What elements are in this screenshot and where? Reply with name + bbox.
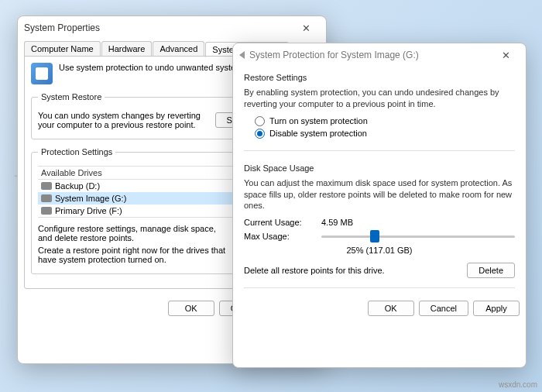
disk-space-section: Disk Space Usage You can adjust the maxi… [233, 157, 526, 282]
cancel-button[interactable]: Cancel [419, 301, 468, 316]
create-text: Create a restore point right now for the… [38, 246, 244, 264]
restore-help: By enabling system protection, you can u… [244, 87, 515, 110]
drive-icon [41, 207, 52, 215]
back-icon [239, 51, 245, 59]
titlebar: System Properties ✕ [18, 16, 326, 40]
separator [244, 287, 515, 288]
tab-hardware[interactable]: Hardware [101, 41, 153, 57]
restore-text: You can undo system changes by reverting… [38, 111, 209, 129]
apply-button[interactable]: Apply [473, 301, 520, 316]
restore-settings-title: Restore Settings [244, 73, 515, 82]
ok-button[interactable]: OK [368, 301, 414, 316]
tab-advanced[interactable]: Advanced [153, 41, 204, 57]
tab-computer-name[interactable]: Computer Name [24, 41, 101, 57]
max-usage-slider[interactable] [321, 236, 515, 238]
titlebar: System Protection for System Image (G:) … [233, 43, 526, 67]
window-title: System Protection for System Image (G:) [249, 50, 492, 60]
ok-button[interactable]: OK [168, 301, 214, 316]
window-title: System Properties [24, 22, 292, 33]
disk-space-title: Disk Space Usage [244, 163, 515, 173]
current-usage-label: Current Usage: [244, 218, 314, 227]
radio-disable[interactable]: Disable system protection [255, 129, 515, 139]
slider-thumb[interactable] [370, 230, 379, 242]
credit: wsxdn.com [499, 380, 537, 389]
dialog-buttons: OK Cancel Apply [233, 294, 526, 322]
col-available-drives: Available Drives [41, 168, 256, 177]
system-protection-dialog: System Protection for System Image (G:) … [232, 43, 527, 368]
radio-label: Disable system protection [269, 129, 367, 138]
drive-name: System Image (G:) [55, 194, 126, 203]
current-usage-value: 4.59 MB [321, 218, 353, 227]
shield-icon [31, 63, 53, 84]
drive-name: Backup (D:) [55, 181, 100, 191]
close-icon[interactable]: ✕ [292, 22, 320, 34]
drive-icon [41, 182, 52, 190]
drive-icon [41, 194, 52, 202]
system-restore-legend: System Restore [38, 92, 105, 101]
delete-button[interactable]: Delete [467, 263, 515, 278]
radio-label: Turn on system protection [269, 116, 368, 126]
slider-value-label: 25% (117.01 GB) [244, 246, 515, 255]
disk-help: You can adjust the maximum disk space us… [244, 177, 515, 212]
delete-text: Delete all restore points for this drive… [244, 266, 461, 275]
protection-settings-legend: Protection Settings [38, 147, 115, 156]
max-usage-label: Max Usage: [244, 232, 314, 241]
drive-name: Primary Drive (F:) [55, 206, 122, 215]
configure-text: Configure restore settings, manage disk … [38, 224, 232, 242]
close-icon[interactable]: ✕ [492, 50, 520, 61]
radio-icon [255, 129, 265, 139]
restore-settings-section: Restore Settings By enabling system prot… [233, 67, 526, 144]
separator [244, 150, 515, 151]
radio-turn-on[interactable]: Turn on system protection [255, 116, 515, 126]
radio-icon [255, 116, 265, 126]
